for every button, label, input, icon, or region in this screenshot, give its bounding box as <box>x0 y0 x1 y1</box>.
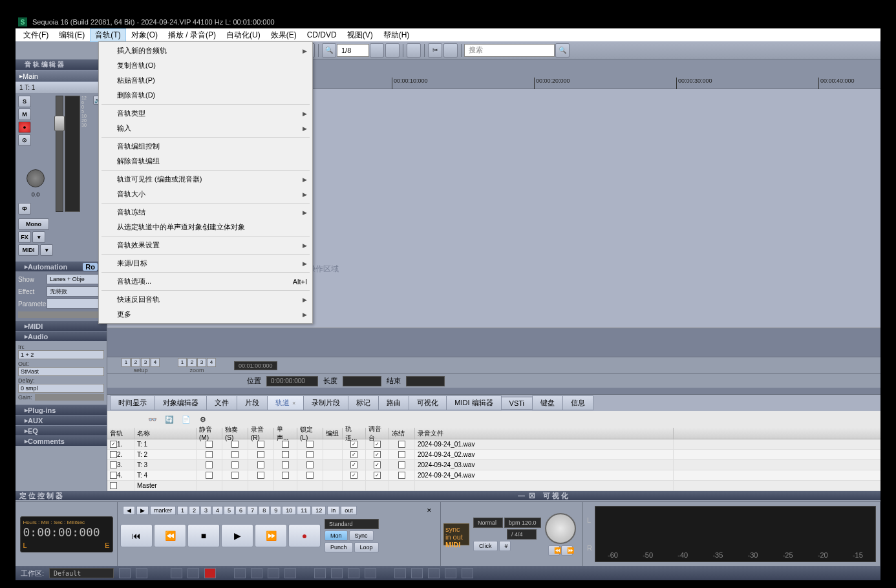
jog-wheel[interactable] <box>545 513 576 544</box>
loop-button[interactable]: Loop <box>354 542 379 552</box>
lock-button[interactable]: ⊙ <box>18 134 31 146</box>
menu-3[interactable]: 对象(O) <box>126 28 163 42</box>
status-tool-8[interactable] <box>331 568 343 578</box>
status-tool-2[interactable] <box>187 568 199 578</box>
col-header-2[interactable]: 静音(M) <box>197 428 222 439</box>
mgr-btn-2[interactable] <box>129 413 142 426</box>
cut-tool-icon[interactable]: ✂ <box>428 43 442 58</box>
col-header-8[interactable]: 轨道... <box>343 428 366 439</box>
status-tool-6[interactable] <box>284 568 296 578</box>
col-header-10[interactable]: 冻结 <box>389 428 415 439</box>
marker-1-button[interactable]: 1 <box>177 506 188 515</box>
ws-prev-icon[interactable] <box>119 568 131 578</box>
menu-item-14[interactable]: 音轨冻结▶ <box>99 205 312 220</box>
menu-item-23[interactable]: 快速反回音轨▶ <box>99 292 312 307</box>
menu-item-11[interactable]: 轨道可见性 (编曲或混音器)▶ <box>99 172 312 187</box>
play-button[interactable]: ▶ <box>221 524 253 547</box>
ws-next-icon[interactable] <box>136 568 147 578</box>
menu-7[interactable]: CD/DVD <box>302 29 342 41</box>
record-button[interactable]: ● <box>288 524 321 547</box>
menu-item-3[interactable]: 删除音轨(D) <box>99 88 312 103</box>
tab-11[interactable]: 键盘 <box>532 395 563 410</box>
menu-item-21[interactable]: 音轨选项...Alt+I <box>99 274 312 289</box>
marker-3-button[interactable]: 3 <box>200 506 211 515</box>
status-tool-11[interactable] <box>394 568 406 578</box>
tool-b-icon[interactable] <box>385 43 400 58</box>
zoom-3-button[interactable]: 3 <box>197 358 206 367</box>
tab-10[interactable]: VSTi <box>501 397 533 410</box>
menu-item-24[interactable]: 更多▶ <box>99 307 312 322</box>
status-tool-15[interactable] <box>462 568 473 578</box>
fx-button[interactable]: FX <box>18 231 31 243</box>
midi-section-header[interactable]: ▸ MIDI <box>16 320 107 331</box>
transport-close-icon[interactable]: ✕ <box>423 506 435 515</box>
tab-12[interactable]: 信息 <box>562 395 593 410</box>
tab-4[interactable]: 轨道× <box>267 395 304 410</box>
tempo-mode-combo[interactable]: Normal <box>473 518 503 528</box>
tool-c-icon[interactable] <box>407 43 421 58</box>
phase-button[interactable]: Φ <box>18 203 31 215</box>
midi-mode-button[interactable]: MIDI <box>18 244 39 256</box>
menu-item-1[interactable]: 复制音轨(O) <box>99 58 312 73</box>
col-header-3[interactable]: 独奏(S) <box>222 428 248 439</box>
out-button[interactable]: out <box>341 506 357 515</box>
setup-1-button[interactable]: 1 <box>122 358 131 367</box>
status-record-icon[interactable] <box>204 568 216 578</box>
in-button[interactable]: in <box>327 506 339 515</box>
table-row[interactable]: Master <box>107 481 880 491</box>
col-header-6[interactable]: 锁定(L) <box>297 428 323 439</box>
tab-1[interactable]: 对象编辑器 <box>155 395 207 410</box>
jog-forward-icon[interactable]: ⏩ <box>561 545 573 556</box>
marker-2-button[interactable]: 2 <box>189 506 200 515</box>
mute-button[interactable]: M <box>18 109 31 120</box>
close-icon[interactable]: ☒ <box>529 492 535 499</box>
record-arm-button[interactable]: ● <box>18 121 31 133</box>
input-combo[interactable]: 1 + 2 <box>18 350 104 359</box>
status-tool-7[interactable] <box>314 568 326 578</box>
col-header-4[interactable]: 录音(R) <box>248 428 274 439</box>
marker-next-button[interactable]: ▶ <box>136 506 149 515</box>
search-go-icon[interactable]: 🔍 <box>555 43 570 58</box>
sync-button[interactable]: Sync <box>349 530 374 541</box>
tab-7[interactable]: 路由 <box>378 395 409 410</box>
menu-0[interactable]: 文件(F) <box>18 28 54 42</box>
marker-6-button[interactable]: 6 <box>235 506 246 515</box>
menu-item-8[interactable]: 音轨编组控制 <box>99 139 312 154</box>
col-header-7[interactable]: 编组 <box>323 428 343 439</box>
search-input[interactable]: 搜索 <box>464 44 555 57</box>
glasses-icon[interactable]: 👓 <box>146 413 159 426</box>
timesig-field[interactable]: / 4/4 <box>507 529 537 540</box>
tool-a-icon[interactable] <box>370 43 384 58</box>
status-tool-4[interactable] <box>251 568 262 578</box>
menu-item-15[interactable]: 从选定轨道中的单声道对象创建立体对象 <box>99 220 312 235</box>
eq-section-header[interactable]: ▸ EQ <box>16 425 107 436</box>
pan-knob[interactable] <box>27 169 45 187</box>
marker-9-button[interactable]: 9 <box>270 506 281 515</box>
mono-button[interactable]: Mono <box>18 218 49 230</box>
audio-section-header[interactable]: ▸ Audio <box>16 331 107 341</box>
jog-rewind-icon[interactable]: ⏪ <box>548 545 560 556</box>
table-row[interactable]: 2.T: 22024-09-24_02.wav <box>107 450 880 460</box>
aux-section-header[interactable]: ▸ AUX <box>16 415 107 425</box>
effect-combo[interactable]: 无特效 <box>47 286 104 297</box>
status-tool-13[interactable] <box>428 568 440 578</box>
delay-field[interactable]: 0 smpl <box>18 384 104 393</box>
col-header-0[interactable]: 音轨 <box>107 428 134 439</box>
punch-button[interactable]: Punch <box>325 542 353 552</box>
setup-3-button[interactable]: 3 <box>141 358 150 367</box>
midi-menu-icon[interactable]: ▾ <box>40 244 53 256</box>
refresh-icon[interactable]: 🔄 <box>163 413 176 426</box>
status-tool-5[interactable] <box>268 568 279 578</box>
marker-label[interactable]: marker <box>150 506 176 515</box>
zoom-ratio-combo[interactable]: 1/8 <box>337 44 369 57</box>
marker-prev-button[interactable]: ◀ <box>123 506 135 515</box>
automation-slider[interactable] <box>18 311 104 318</box>
forward-button[interactable]: ⏩ <box>255 524 287 547</box>
export-icon[interactable]: 📄 <box>180 413 193 426</box>
rewind-start-button[interactable]: ⏮ <box>120 524 153 547</box>
menu-item-5[interactable]: 音轨类型▶ <box>99 106 312 121</box>
menu-8[interactable]: 视图(V) <box>342 28 378 42</box>
tab-2[interactable]: 文件 <box>206 395 237 410</box>
status-tool-3[interactable] <box>234 568 246 578</box>
menu-2[interactable]: 音轨(T) <box>90 28 125 42</box>
